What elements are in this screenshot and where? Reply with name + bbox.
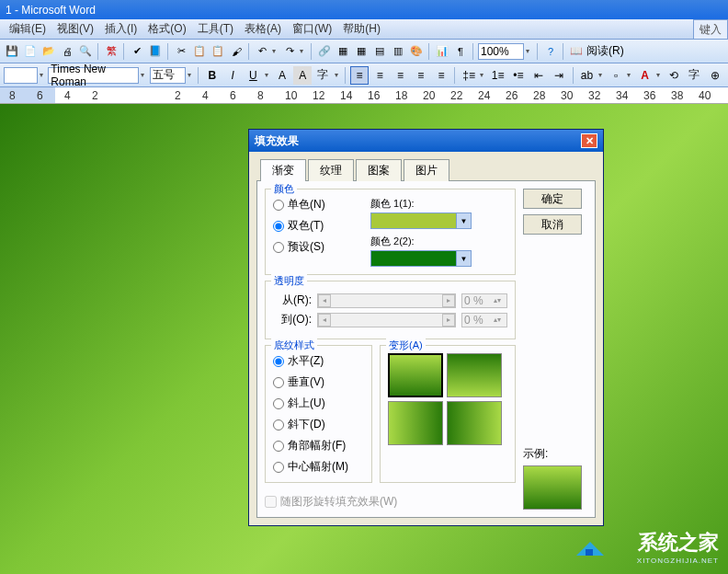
tab-gradient[interactable]: 渐变 (260, 159, 306, 181)
radio-vertical[interactable]: 垂直(V) (273, 374, 364, 390)
read-icon[interactable]: 📖 (568, 43, 585, 60)
cancel-button[interactable]: 取消 (523, 214, 582, 235)
print-icon[interactable]: 🖨 (59, 43, 75, 60)
type-question-box[interactable]: 键入 (693, 19, 728, 40)
menu-tools[interactable]: 工具(T) (192, 19, 239, 39)
drawing-icon[interactable]: 🎨 (408, 43, 425, 60)
decrease-indent-button[interactable]: ⇤ (529, 66, 548, 85)
color2-swatch (371, 251, 456, 266)
radio-preset[interactable]: 预设(S) (273, 239, 356, 255)
color1-dropdown[interactable]: ▼ (370, 212, 472, 229)
paste-icon[interactable]: 📋 (210, 43, 226, 60)
preview-icon[interactable]: 🔍 (77, 43, 94, 60)
insert-table-icon[interactable]: ▦ (353, 43, 370, 60)
separator (428, 43, 430, 60)
underline-button[interactable]: U (244, 66, 262, 85)
from-spinner[interactable]: 0 %▴▾ (461, 293, 507, 308)
align-center-button[interactable]: ≡ (370, 66, 389, 85)
char-border-button[interactable]: A (273, 66, 291, 85)
horizontal-ruler[interactable]: 8 6 4 2 2 4 6 8 10 12 14 16 18 20 22 24 … (0, 87, 728, 104)
font-size-combo[interactable]: 五号 (150, 67, 186, 84)
align-justify-button[interactable]: ≡ (412, 66, 430, 85)
bold-button[interactable]: B (203, 66, 222, 85)
tool-icon[interactable]: 繁 (103, 43, 119, 60)
radio-one-color[interactable]: 单色(N) (273, 197, 356, 212)
columns-icon[interactable]: ▥ (390, 43, 406, 60)
numbering-button[interactable]: 1≡ (489, 66, 507, 85)
radio-diagonal-up[interactable]: 斜上(U) (273, 396, 364, 411)
font-name-combo[interactable]: Times New Roman (48, 67, 139, 84)
close-button[interactable]: ✕ (581, 133, 597, 148)
menu-insert[interactable]: 插入(I) (99, 19, 142, 39)
zoom-dropdown[interactable]: ▾ (526, 43, 533, 60)
link-icon[interactable]: 🔗 (316, 43, 333, 60)
cut-icon[interactable]: ✂ (173, 43, 189, 60)
variant-4[interactable] (447, 401, 502, 445)
menu-window[interactable]: 窗口(W) (287, 19, 337, 39)
menu-table[interactable]: 表格(A) (239, 19, 287, 39)
bullets-button[interactable]: •≡ (509, 66, 528, 85)
redo-icon[interactable]: ↷ (281, 43, 298, 60)
research-icon[interactable]: 📘 (147, 43, 164, 60)
dialog-titlebar[interactable]: 填充效果 ✕ (249, 130, 603, 152)
enclosed-button[interactable]: ⊕ (706, 66, 724, 85)
tab-pattern[interactable]: 图案 (356, 159, 402, 181)
menu-edit[interactable]: 编辑(E) (4, 19, 51, 39)
separator (563, 43, 564, 60)
align-right-button[interactable]: ≡ (391, 66, 409, 85)
variant-3[interactable] (388, 401, 443, 445)
increase-indent-button[interactable]: ⇥ (550, 66, 568, 85)
undo-dropdown[interactable]: ▾ (272, 43, 279, 60)
redo-dropdown[interactable]: ▾ (300, 43, 307, 60)
variant-1[interactable] (388, 353, 443, 397)
shading-style-group: 底纹样式 水平(Z) 垂直(V) 斜上(U) 斜下(D) 角部幅射(F) 中心幅… (265, 345, 372, 483)
rotate-checkbox[interactable]: 随图形旋转填充效果(W) (265, 494, 516, 510)
distribute-button[interactable]: ≡ (432, 66, 450, 85)
format-painter-icon[interactable]: 🖌 (228, 43, 245, 60)
color2-dropdown[interactable]: ▼ (370, 250, 472, 267)
spellcheck-icon[interactable]: ✔ (129, 43, 145, 60)
standard-toolbar: 💾 📄 📂 🖨 🔍 繁 ✔ 📘 ✂ 📋 📋 🖌 ↶ ▾ ↷ ▾ 🔗 ▦ ▦ ▤ … (0, 40, 728, 63)
radio-two-colors[interactable]: 双色(T) (273, 218, 356, 234)
char-shading-button[interactable]: A (293, 66, 312, 85)
ok-button[interactable]: 确定 (523, 189, 582, 209)
undo-icon[interactable]: ↶ (254, 43, 270, 60)
show-marks-icon[interactable]: ¶ (452, 43, 469, 60)
to-slider[interactable]: ◂▸ (317, 313, 456, 327)
to-spinner[interactable]: 0 %▴▾ (461, 313, 507, 327)
highlight-button[interactable]: ab (577, 66, 596, 85)
open-icon[interactable]: 📂 (40, 43, 57, 60)
style-combo[interactable] (4, 67, 38, 84)
map-icon[interactable]: 📊 (434, 43, 450, 60)
read-label[interactable]: 阅读(R) (586, 43, 624, 59)
copy-icon[interactable]: 📋 (191, 43, 208, 60)
separator (472, 43, 474, 60)
variant-2[interactable] (447, 353, 502, 397)
separator (248, 43, 250, 60)
zoom-combo[interactable]: 100% (478, 43, 524, 60)
menu-format[interactable]: 格式(O) (142, 19, 191, 39)
from-slider[interactable]: ◂▸ (317, 293, 456, 308)
align-left-button[interactable]: ≡ (350, 66, 369, 85)
char-scale-button[interactable]: 字 (313, 66, 332, 85)
save-icon[interactable]: 💾 (4, 43, 20, 60)
radio-from-center[interactable]: 中心幅射(M) (273, 459, 364, 475)
radio-diagonal-down[interactable]: 斜下(D) (273, 417, 364, 432)
menu-help[interactable]: 帮助(H) (337, 19, 386, 39)
asian-layout-button[interactable]: ⟲ (665, 66, 683, 85)
excel-icon[interactable]: ▤ (371, 43, 388, 60)
table-icon[interactable]: ▦ (335, 43, 351, 60)
line-spacing-button[interactable]: ‡≡ (460, 66, 478, 85)
font-color-button[interactable]: A (636, 66, 654, 85)
radio-horizontal[interactable]: 水平(Z) (273, 353, 364, 369)
phonetic-button[interactable]: 字 (685, 66, 703, 85)
tab-picture[interactable]: 图片 (404, 159, 449, 181)
radio-from-corner[interactable]: 角部幅射(F) (273, 438, 364, 453)
menu-view[interactable]: 视图(V) (51, 19, 99, 39)
new-icon[interactable]: 📄 (22, 43, 39, 60)
help-icon[interactable]: ? (542, 43, 559, 60)
italic-button[interactable]: I (223, 66, 242, 85)
border-button[interactable]: ▫ (607, 66, 625, 85)
chevron-down-icon: ▼ (456, 213, 471, 228)
tab-texture[interactable]: 纹理 (308, 159, 354, 181)
